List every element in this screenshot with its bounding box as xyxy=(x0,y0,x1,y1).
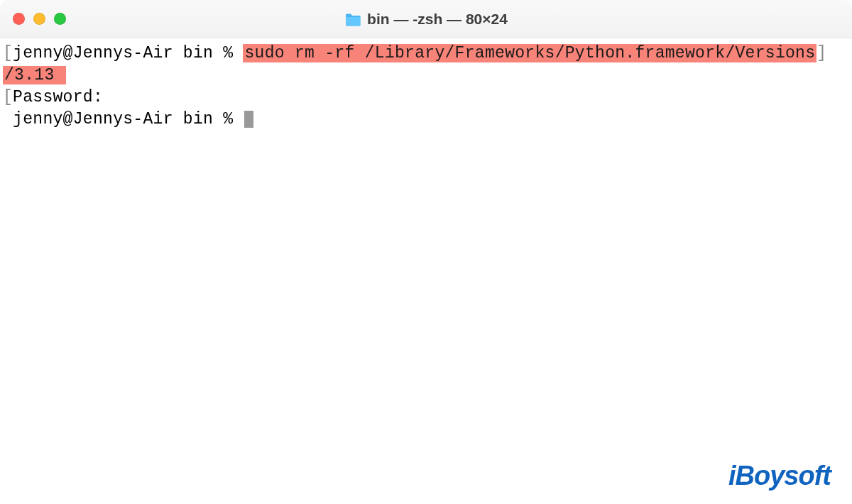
window-title-group: bin — -zsh — 80×24 xyxy=(344,11,508,28)
prompt-bracket-close: ] xyxy=(816,44,826,62)
terminal-content[interactable]: [jenny@Jennys-Air bin % sudo rm -rf /Lib… xyxy=(0,38,852,504)
watermark-text: iBoysoft xyxy=(728,461,831,491)
window-controls xyxy=(0,13,66,25)
window-titlebar[interactable]: bin — -zsh — 80×24 xyxy=(0,0,852,38)
watermark-logo: iBoysoft xyxy=(728,461,831,491)
close-button[interactable] xyxy=(13,13,25,25)
command-highlighted-part1: sudo rm -rf /Library/Frameworks/Python.f… xyxy=(243,44,816,62)
command-highlighted-part2: /3.13 xyxy=(3,66,66,84)
folder-icon xyxy=(344,12,361,26)
prompt-bracket-open-2: [ xyxy=(3,88,13,106)
minimize-button[interactable] xyxy=(33,13,45,25)
window-title: bin — -zsh — 80×24 xyxy=(367,11,508,28)
shell-prompt-2: jenny@Jennys-Air bin % xyxy=(13,110,243,128)
password-prompt: Password: xyxy=(13,88,103,106)
terminal-window: bin — -zsh — 80×24 [jenny@Jennys-Air bin… xyxy=(0,0,852,504)
maximize-button[interactable] xyxy=(54,13,66,25)
shell-prompt-1: jenny@Jennys-Air bin % xyxy=(13,44,243,62)
prompt-bracket-open: [ xyxy=(3,44,13,62)
terminal-cursor xyxy=(244,111,253,128)
